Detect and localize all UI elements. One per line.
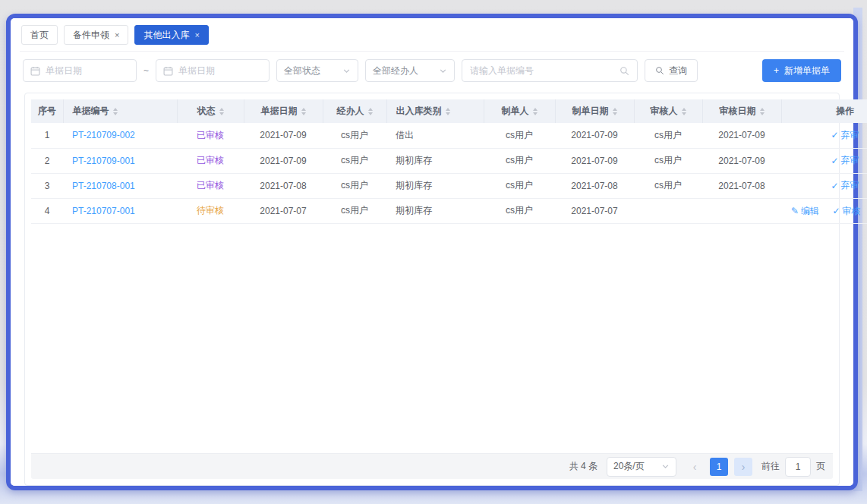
row-index: 3 xyxy=(31,173,63,198)
document-code-link[interactable]: PT-210709-002 xyxy=(72,130,135,140)
creator: cs用户 xyxy=(484,198,555,223)
document-date: 2021-07-09 xyxy=(244,123,323,148)
goto-page: 前往 页 xyxy=(761,457,825,477)
date-end-picker[interactable] xyxy=(156,59,270,82)
document-date: 2021-07-08 xyxy=(244,173,323,198)
audit-action[interactable]: ✓审核 xyxy=(832,205,860,218)
table-row: 1 PT-210709-002 已审核 2021-07-09 cs用户 借出 c… xyxy=(31,123,867,148)
table-header-row: 序号 单据编号 状态 单据日期 经办人 出入库类别 制单人 制单日期 审核人 审… xyxy=(31,99,867,123)
audit-date: 2021-07-09 xyxy=(702,148,781,173)
sort-icon[interactable] xyxy=(219,108,224,115)
check-icon: ✓ xyxy=(831,130,838,140)
document-code-link[interactable]: PT-210707-001 xyxy=(72,206,135,216)
auditor xyxy=(634,198,702,223)
tab-other-inout-warehouse[interactable]: 其他出入库 × xyxy=(134,25,208,45)
column-header-status[interactable]: 状态 xyxy=(177,99,244,123)
document-date: 2021-07-09 xyxy=(244,148,323,173)
creator: cs用户 xyxy=(484,148,555,173)
status-badge: 已审核 xyxy=(197,180,224,191)
sort-icon[interactable] xyxy=(113,108,118,115)
chevron-down-icon xyxy=(661,462,670,471)
query-button[interactable]: 查询 xyxy=(645,59,698,82)
audit-date xyxy=(702,198,781,223)
unaudit-action[interactable]: ✓弃审 xyxy=(831,129,859,142)
edit-action[interactable]: ✎编辑 xyxy=(791,205,819,218)
handler: cs用户 xyxy=(323,123,386,148)
document-date: 2021-07-07 xyxy=(244,198,323,223)
handler-select[interactable]: 全部经办人 xyxy=(365,59,455,82)
status-select-value: 全部状态 xyxy=(284,65,320,77)
pager: ‹ 1 › xyxy=(686,458,752,476)
date-end-input[interactable] xyxy=(178,65,262,76)
handler: cs用户 xyxy=(323,148,386,173)
sort-icon[interactable] xyxy=(533,108,538,115)
document-number-search[interactable] xyxy=(462,59,638,82)
tab-label: 首页 xyxy=(30,29,49,42)
status-badge: 已审核 xyxy=(197,130,224,140)
column-header-create-date[interactable]: 制单日期 xyxy=(555,99,634,123)
sort-icon[interactable] xyxy=(301,108,306,115)
tab-spare-parts-request[interactable]: 备件申领 × xyxy=(64,25,128,45)
handler-select-value: 全部经办人 xyxy=(373,65,418,77)
sort-icon[interactable] xyxy=(368,108,373,115)
creator: cs用户 xyxy=(484,173,555,198)
documents-table: 序号 单据编号 状态 单据日期 经办人 出入库类别 制单人 制单日期 审核人 审… xyxy=(31,99,867,224)
date-range-separator: ~ xyxy=(143,65,149,76)
page-number-button[interactable]: 1 xyxy=(710,458,728,476)
row-index: 1 xyxy=(31,123,63,148)
next-page-button[interactable]: › xyxy=(734,458,752,476)
sort-icon[interactable] xyxy=(760,108,765,115)
close-icon[interactable]: × xyxy=(115,31,119,39)
query-button-label: 查询 xyxy=(669,65,687,77)
page-size-select[interactable]: 20条/页 xyxy=(607,457,676,477)
tab-home[interactable]: 首页 xyxy=(21,25,58,45)
category: 期初库存 xyxy=(386,173,484,198)
column-header-date[interactable]: 单据日期 xyxy=(244,99,323,123)
unaudit-action[interactable]: ✓弃审 xyxy=(831,179,859,192)
create-date: 2021-07-08 xyxy=(555,173,634,198)
search-icon xyxy=(620,66,629,76)
check-icon: ✓ xyxy=(831,156,838,166)
tab-label: 其他出入库 xyxy=(143,29,189,42)
total-count: 共 4 条 xyxy=(569,460,597,473)
date-start-picker[interactable] xyxy=(23,59,137,82)
table-empty-space xyxy=(31,224,833,454)
date-start-input[interactable] xyxy=(46,65,129,76)
sort-icon[interactable] xyxy=(446,108,450,115)
table-panel: 序号 单据编号 状态 单据日期 经办人 出入库类别 制单人 制单日期 审核人 审… xyxy=(24,93,840,486)
status-badge: 已审核 xyxy=(197,155,224,165)
prev-page-button[interactable]: ‹ xyxy=(686,458,704,476)
audit-date: 2021-07-08 xyxy=(702,173,781,198)
row-index: 4 xyxy=(31,198,63,223)
status-select[interactable]: 全部状态 xyxy=(276,59,358,82)
create-date: 2021-07-07 xyxy=(555,198,634,223)
column-header-actions: 操作 xyxy=(781,99,867,123)
table-row: 4 PT-210707-001 待审核 2021-07-07 cs用户 期初库存… xyxy=(31,198,867,223)
column-header-audit-date[interactable]: 审核日期 xyxy=(702,99,781,123)
sort-icon[interactable] xyxy=(613,108,617,115)
column-header-category[interactable]: 出入库类别 xyxy=(386,99,484,123)
document-code-link[interactable]: PT-210709-001 xyxy=(72,156,135,166)
column-header-auditor[interactable]: 审核人 xyxy=(634,99,702,123)
document-code-link[interactable]: PT-210708-001 xyxy=(72,181,135,191)
create-date: 2021-07-09 xyxy=(555,148,634,173)
category: 借出 xyxy=(386,123,484,148)
column-header-handler[interactable]: 经办人 xyxy=(323,99,386,123)
sort-icon[interactable] xyxy=(682,108,686,115)
table-row: 3 PT-210708-001 已审核 2021-07-08 cs用户 期初库存… xyxy=(31,173,867,198)
tab-bar: 首页 备件申领 × 其他出入库 × xyxy=(20,24,844,52)
goto-suffix: 页 xyxy=(816,460,825,473)
close-icon[interactable]: × xyxy=(194,31,199,39)
column-header-creator[interactable]: 制单人 xyxy=(484,99,555,123)
unaudit-action[interactable]: ✓弃审 xyxy=(831,154,859,167)
table-row: 2 PT-210709-001 已审核 2021-07-09 cs用户 期初库存… xyxy=(31,148,867,173)
row-index: 2 xyxy=(31,148,63,173)
goto-page-input[interactable] xyxy=(785,457,811,477)
creator: cs用户 xyxy=(484,123,555,148)
tab-label: 备件申领 xyxy=(73,29,109,42)
document-number-input[interactable] xyxy=(470,65,614,76)
handler: cs用户 xyxy=(323,198,386,223)
status-badge: 待审核 xyxy=(197,205,224,216)
add-document-button[interactable]: + 新增单据单 xyxy=(762,59,841,82)
column-header-code[interactable]: 单据编号 xyxy=(63,99,177,123)
